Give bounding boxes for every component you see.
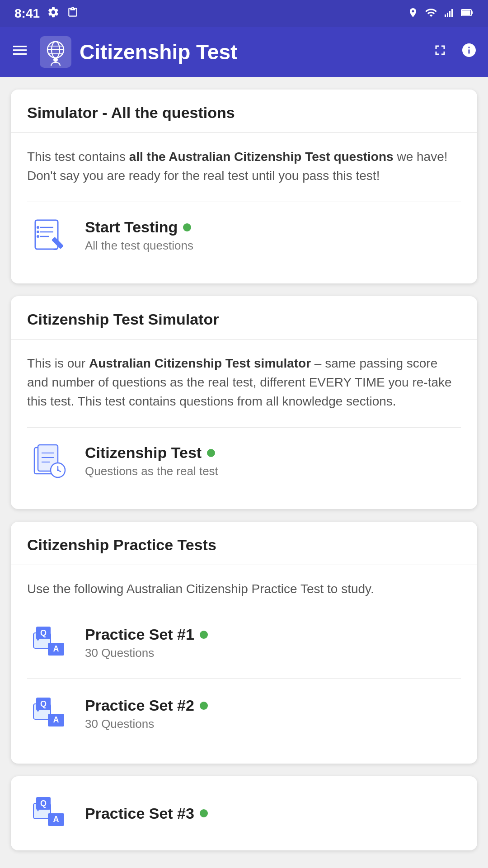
- card-simulator-all-body: This test contains all the Australian Ci…: [11, 133, 477, 283]
- svg-point-20: [37, 235, 39, 238]
- svg-rect-0: [445, 14, 446, 17]
- svg-rect-14: [35, 220, 58, 249]
- card-simulator-all-title: Simulator - All the questions: [27, 104, 235, 121]
- practice-set-2-item[interactable]: Q A Practice Set #2 30 Questions: [27, 679, 461, 749]
- svg-text:A: A: [53, 815, 59, 824]
- card-citizenship-simulator-header: Citizenship Test Simulator: [11, 296, 477, 340]
- citizenship-test-subtitle: Questions as the real test: [85, 464, 461, 478]
- start-testing-item[interactable]: Start Testing All the test questions: [27, 202, 461, 269]
- info-button[interactable]: [461, 42, 477, 62]
- start-testing-info: Start Testing All the test questions: [85, 218, 461, 253]
- practice-set-1-icon-wrap: Q A: [27, 620, 72, 665]
- card-simulator-all-description: This test contains all the Australian Ci…: [27, 147, 461, 185]
- card-simulator-all-header: Simulator - All the questions: [11, 90, 477, 133]
- svg-rect-5: [471, 11, 473, 14]
- svg-rect-6: [462, 10, 470, 15]
- location-icon: [408, 7, 418, 20]
- svg-rect-7: [40, 36, 71, 68]
- citizenship-test-title: Citizenship Test: [85, 444, 461, 462]
- wifi-icon: [425, 6, 437, 21]
- card-practice-tests-description: Use the following Australian Citizenship…: [27, 580, 461, 599]
- svg-point-18: [37, 226, 39, 229]
- practice-set-2-title: Practice Set #2: [85, 697, 461, 714]
- card-citizenship-simulator: Citizenship Test Simulator This is our A…: [11, 296, 477, 509]
- practice-set-3-title: Practice Set #3: [85, 805, 461, 822]
- citizenship-test-item[interactable]: Citizenship Test Questions as the real t…: [27, 427, 461, 495]
- practice-set-2-icon-wrap: Q A: [27, 691, 72, 736]
- practice-set-3-info: Practice Set #3: [85, 805, 461, 822]
- fullscreen-button[interactable]: [432, 42, 448, 62]
- card-citizenship-simulator-description: This is our Australian Citizenship Test …: [27, 354, 461, 411]
- app-logo: [40, 36, 71, 68]
- svg-rect-3: [451, 9, 453, 17]
- card-practice-tests-title: Citizenship Practice Tests: [27, 536, 216, 553]
- practice-set-1-item[interactable]: Q A Practice Set #1 30 Q: [27, 608, 461, 679]
- card-citizenship-simulator-title: Citizenship Test Simulator: [27, 311, 219, 328]
- card-practice-tests-body: Use the following Australian Citizenship…: [11, 565, 477, 764]
- card-practice-set-3-body: Q A Practice Set #3: [11, 776, 477, 850]
- start-testing-dot: [183, 223, 191, 231]
- practice-set-1-subtitle: 30 Questions: [85, 646, 461, 660]
- battery-icon: [461, 7, 474, 20]
- citizenship-test-dot: [207, 449, 215, 457]
- svg-text:Q: Q: [40, 699, 47, 708]
- practice-set-1-dot: [200, 631, 208, 639]
- app-bar: Citizenship Test: [0, 27, 488, 77]
- signal-icon: [444, 7, 455, 20]
- start-testing-icon-wrap: [27, 213, 72, 258]
- svg-rect-1: [447, 13, 448, 17]
- svg-rect-2: [449, 11, 450, 17]
- card-simulator-all: Simulator - All the questions This test …: [11, 90, 477, 283]
- citizenship-test-info: Citizenship Test Questions as the real t…: [85, 444, 461, 478]
- practice-set-3-item[interactable]: Q A Practice Set #3: [27, 787, 461, 840]
- card-citizenship-simulator-body: This is our Australian Citizenship Test …: [11, 340, 477, 509]
- practice-set-1-info: Practice Set #1 30 Questions: [85, 626, 461, 660]
- svg-text:Q: Q: [40, 799, 47, 808]
- card-practice-tests-header: Citizenship Practice Tests: [11, 522, 477, 565]
- svg-point-31: [57, 469, 59, 471]
- svg-text:A: A: [53, 644, 59, 653]
- start-testing-subtitle: All the test questions: [85, 239, 461, 253]
- practice-set-2-info: Practice Set #2 30 Questions: [85, 697, 461, 731]
- svg-text:A: A: [53, 715, 59, 724]
- practice-set-3-dot: [200, 809, 208, 817]
- status-time: 8:41: [14, 6, 40, 21]
- card-practice-tests: Citizenship Practice Tests Use the follo…: [11, 522, 477, 764]
- menu-button[interactable]: [11, 41, 29, 63]
- practice-set-3-icon-wrap: Q A: [27, 791, 72, 836]
- settings-icon: [47, 6, 60, 22]
- app-bar-actions: [432, 42, 477, 62]
- card-practice-set-3: Q A Practice Set #3: [11, 776, 477, 850]
- svg-point-13: [53, 57, 58, 62]
- svg-text:Q: Q: [40, 628, 47, 637]
- svg-point-19: [37, 231, 39, 233]
- start-testing-title: Start Testing: [85, 218, 461, 236]
- practice-set-1-title: Practice Set #1: [85, 626, 461, 643]
- practice-set-2-subtitle: 30 Questions: [85, 717, 461, 731]
- status-bar: 8:41: [0, 0, 488, 27]
- practice-set-2-dot: [200, 702, 208, 710]
- clipboard-icon: [67, 6, 79, 21]
- citizenship-test-icon-wrap: [27, 439, 72, 484]
- main-content: Simulator - All the questions This test …: [0, 77, 488, 863]
- practice-items-list: Q A Practice Set #1 30 Q: [27, 608, 461, 749]
- app-bar-title: Citizenship Test: [80, 40, 432, 64]
